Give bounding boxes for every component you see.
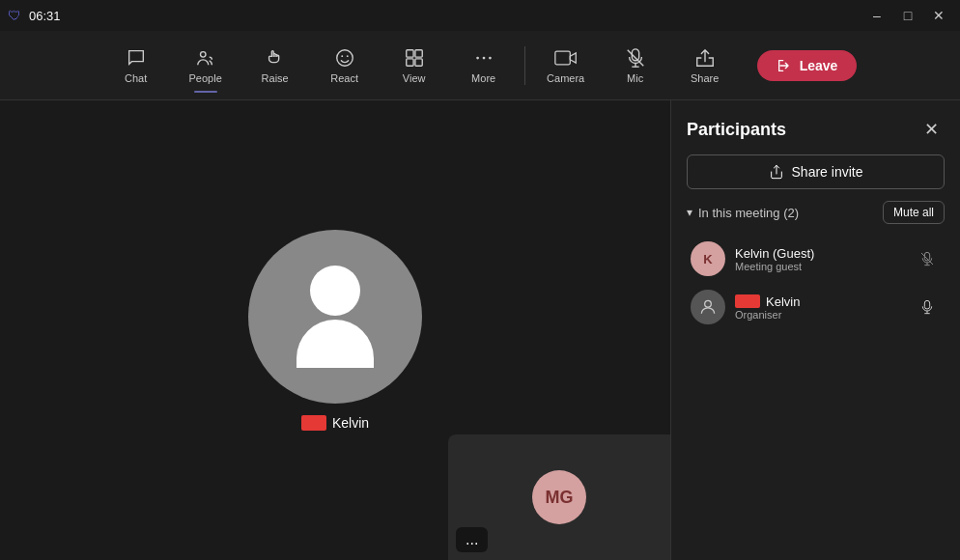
avatar-body <box>296 320 374 368</box>
participant-mic-button[interactable] <box>914 245 941 272</box>
panel-title: Participants <box>687 120 786 140</box>
camera-button[interactable]: Camera <box>533 37 599 95</box>
table-row: K Kelvin (Guest) Meeting guest <box>687 236 945 282</box>
mic-icon <box>625 47 646 69</box>
participant-name: Kelvin (Guest) <box>735 246 904 261</box>
camera-label: Camera <box>547 72 584 84</box>
avatar <box>691 290 725 324</box>
chat-button[interactable]: Chat <box>103 37 169 95</box>
participant-mic-button[interactable] <box>914 294 941 321</box>
more-label: More <box>471 72 495 84</box>
organiser-avatar-icon <box>698 297 718 317</box>
share-label: Share <box>691 72 719 84</box>
svg-rect-22 <box>924 300 929 309</box>
main-content: Kelvin MG ... Participants ✕ Share invit… <box>0 100 960 560</box>
title-bar-right: – □ ✕ <box>863 5 952 26</box>
table-row: Kelvin Organiser <box>687 284 945 330</box>
toolbar: Chat People Raise React <box>0 31 960 100</box>
pip-more-button[interactable]: ... <box>456 527 488 552</box>
more-icon <box>473 47 494 69</box>
pip-avatar: MG <box>532 470 586 524</box>
avatar <box>248 230 422 404</box>
share-invite-button[interactable]: Share invite <box>687 154 945 189</box>
participants-panel: Participants ✕ Share invite ▾ In this me… <box>670 100 960 560</box>
mic-label: Mic <box>627 72 643 84</box>
more-button[interactable]: More <box>451 37 517 95</box>
minimize-button[interactable]: – <box>863 5 890 26</box>
svg-rect-5 <box>415 49 422 56</box>
participant-role: Meeting guest <box>735 261 904 272</box>
leave-label: Leave <box>800 58 838 73</box>
mic-muted-icon <box>919 251 935 266</box>
raise-button[interactable]: Raise <box>242 37 308 95</box>
pip-video: MG ... <box>448 434 670 560</box>
raise-icon <box>265 47 286 69</box>
participant-name-tag: Kelvin <box>301 415 369 431</box>
panel-header: Participants ✕ <box>687 116 945 143</box>
view-button[interactable]: View <box>381 37 447 95</box>
svg-point-9 <box>482 56 485 59</box>
name-color-block <box>735 294 760 308</box>
view-label: View <box>403 72 426 84</box>
participant-info: Kelvin (Guest) Meeting guest <box>735 246 904 272</box>
meeting-section-label: ▾ In this meeting (2) <box>687 206 799 220</box>
svg-rect-4 <box>406 49 412 56</box>
avatar: K <box>691 241 725 276</box>
react-label: React <box>330 72 358 84</box>
chevron-down-icon: ▾ <box>687 206 692 219</box>
share-invite-icon <box>769 164 784 180</box>
mute-all-button[interactable]: Mute all <box>883 201 945 224</box>
svg-rect-11 <box>554 51 569 65</box>
camera-icon <box>554 47 578 69</box>
raise-label: Raise <box>262 72 289 84</box>
shield-icon: 🛡 <box>8 8 21 23</box>
mic-on-icon <box>919 299 935 315</box>
react-button[interactable]: React <box>312 37 378 95</box>
participant-info: Kelvin Organiser <box>735 294 904 321</box>
participant-name: Kelvin <box>735 294 904 309</box>
share-icon <box>694 47 716 69</box>
people-button[interactable]: People <box>173 37 239 95</box>
chat-label: Chat <box>125 72 147 84</box>
svg-rect-6 <box>406 58 412 65</box>
timer: 06:31 <box>29 9 61 23</box>
svg-point-2 <box>341 55 343 57</box>
maximize-button[interactable]: □ <box>894 5 921 26</box>
participant-list: K Kelvin (Guest) Meeting guest <box>687 236 945 330</box>
avatar-head <box>310 266 360 316</box>
chat-icon <box>126 47 147 69</box>
mic-button[interactable]: Mic <box>603 37 668 95</box>
name-color-block <box>301 415 326 431</box>
meeting-section-header: ▾ In this meeting (2) Mute all <box>687 201 945 224</box>
svg-point-8 <box>476 56 479 59</box>
svg-point-3 <box>346 55 348 57</box>
share-button[interactable]: Share <box>672 37 738 95</box>
people-label: People <box>189 72 222 84</box>
participant-role: Organiser <box>735 309 904 321</box>
main-participant-name: Kelvin <box>332 415 369 431</box>
title-bar-left: 🛡 06:31 <box>8 8 61 23</box>
person-icon <box>296 266 374 368</box>
svg-point-1 <box>336 49 353 66</box>
close-panel-button[interactable]: ✕ <box>918 116 945 143</box>
video-area: Kelvin MG ... <box>0 100 670 560</box>
main-participant: Kelvin <box>248 230 422 431</box>
react-icon <box>334 47 355 69</box>
leave-icon <box>776 58 792 73</box>
svg-point-10 <box>489 56 492 59</box>
svg-point-0 <box>200 51 206 57</box>
share-invite-label: Share invite <box>792 164 863 180</box>
svg-rect-7 <box>415 58 422 65</box>
title-bar: 🛡 06:31 – □ ✕ <box>0 0 960 31</box>
svg-point-21 <box>705 300 712 307</box>
people-icon <box>195 47 216 69</box>
toolbar-separator <box>524 46 525 85</box>
leave-button[interactable]: Leave <box>757 50 858 81</box>
view-icon <box>404 47 425 69</box>
close-button[interactable]: ✕ <box>925 5 952 26</box>
